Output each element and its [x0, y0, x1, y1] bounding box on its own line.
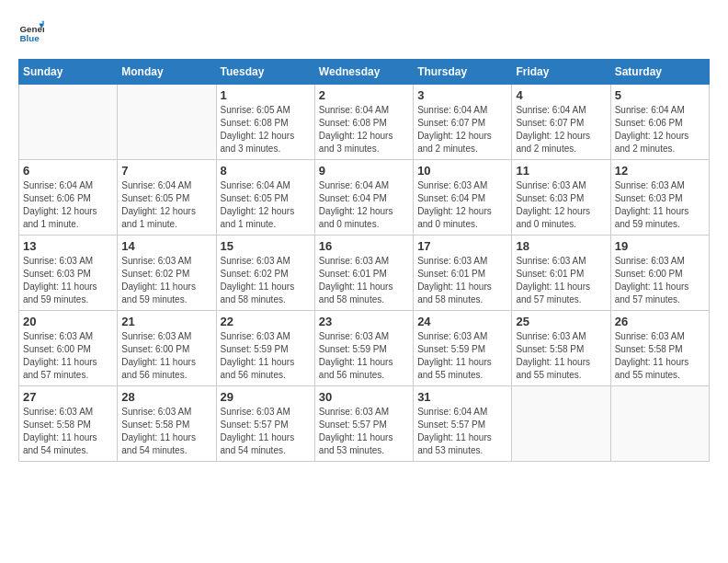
day-info: Sunrise: 6:03 AM Sunset: 5:58 PM Dayligh…	[615, 330, 705, 382]
day-info: Sunrise: 6:04 AM Sunset: 6:05 PM Dayligh…	[121, 179, 211, 231]
day-number: 5	[615, 88, 705, 102]
day-number: 13	[23, 239, 113, 253]
calendar-cell: 26Sunrise: 6:03 AM Sunset: 5:58 PM Dayli…	[610, 311, 709, 386]
day-number: 19	[615, 239, 705, 253]
day-number: 28	[121, 390, 211, 404]
calendar-cell: 23Sunrise: 6:03 AM Sunset: 5:59 PM Dayli…	[314, 311, 413, 386]
weekday-friday: Friday	[512, 60, 610, 85]
calendar-cell: 3Sunrise: 6:04 AM Sunset: 6:07 PM Daylig…	[414, 85, 512, 160]
calendar-cell: 9Sunrise: 6:04 AM Sunset: 6:04 PM Daylig…	[314, 160, 413, 236]
calendar-cell: 22Sunrise: 6:03 AM Sunset: 5:59 PM Dayli…	[216, 311, 314, 386]
day-number: 24	[417, 315, 507, 328]
day-info: Sunrise: 6:03 AM Sunset: 5:58 PM Dayligh…	[516, 330, 606, 382]
weekday-wednesday: Wednesday	[314, 60, 413, 85]
calendar-cell: 2Sunrise: 6:04 AM Sunset: 6:08 PM Daylig…	[314, 85, 413, 160]
day-number: 17	[417, 239, 507, 253]
day-number: 27	[23, 390, 113, 404]
day-number: 26	[615, 315, 705, 328]
day-info: Sunrise: 6:03 AM Sunset: 6:03 PM Dayligh…	[615, 179, 705, 231]
week-row-5: 27Sunrise: 6:03 AM Sunset: 5:58 PM Dayli…	[19, 386, 710, 462]
calendar-cell: 15Sunrise: 6:03 AM Sunset: 6:02 PM Dayli…	[216, 236, 314, 311]
calendar-cell: 28Sunrise: 6:03 AM Sunset: 5:58 PM Dayli…	[118, 386, 216, 462]
day-number: 6	[23, 164, 113, 178]
day-info: Sunrise: 6:03 AM Sunset: 5:57 PM Dayligh…	[221, 406, 311, 457]
calendar-cell: 17Sunrise: 6:03 AM Sunset: 6:01 PM Dayli…	[414, 236, 512, 311]
day-info: Sunrise: 6:03 AM Sunset: 6:02 PM Dayligh…	[121, 255, 211, 306]
calendar-cell: 30Sunrise: 6:03 AM Sunset: 5:57 PM Dayli…	[314, 386, 413, 462]
day-number: 8	[221, 164, 311, 178]
day-number: 1	[221, 88, 311, 102]
calendar-cell: 31Sunrise: 6:04 AM Sunset: 5:57 PM Dayli…	[414, 386, 512, 462]
day-info: Sunrise: 6:04 AM Sunset: 5:57 PM Dayligh…	[417, 406, 507, 457]
day-number: 11	[516, 164, 606, 178]
day-info: Sunrise: 6:04 AM Sunset: 6:06 PM Dayligh…	[23, 179, 113, 231]
day-info: Sunrise: 6:03 AM Sunset: 5:58 PM Dayligh…	[121, 406, 211, 457]
calendar-cell: 7Sunrise: 6:04 AM Sunset: 6:05 PM Daylig…	[118, 160, 216, 236]
day-info: Sunrise: 6:03 AM Sunset: 6:01 PM Dayligh…	[417, 255, 507, 306]
day-number: 22	[221, 315, 311, 328]
day-info: Sunrise: 6:03 AM Sunset: 6:00 PM Dayligh…	[615, 255, 705, 306]
day-number: 7	[121, 164, 211, 178]
page-header: General Blue	[18, 18, 710, 44]
calendar-cell	[610, 386, 709, 462]
calendar-table: SundayMondayTuesdayWednesdayThursdayFrid…	[18, 59, 710, 462]
day-number: 14	[121, 239, 211, 253]
day-info: Sunrise: 6:03 AM Sunset: 5:59 PM Dayligh…	[221, 330, 311, 382]
calendar-cell: 5Sunrise: 6:04 AM Sunset: 6:06 PM Daylig…	[610, 85, 709, 160]
day-info: Sunrise: 6:03 AM Sunset: 5:59 PM Dayligh…	[417, 330, 507, 382]
calendar-cell: 14Sunrise: 6:03 AM Sunset: 6:02 PM Dayli…	[118, 236, 216, 311]
calendar-cell: 16Sunrise: 6:03 AM Sunset: 6:01 PM Dayli…	[314, 236, 413, 311]
day-number: 25	[516, 315, 606, 328]
calendar-cell: 27Sunrise: 6:03 AM Sunset: 5:58 PM Dayli…	[19, 386, 118, 462]
day-info: Sunrise: 6:04 AM Sunset: 6:08 PM Dayligh…	[319, 104, 409, 155]
day-info: Sunrise: 6:03 AM Sunset: 6:03 PM Dayligh…	[23, 255, 113, 306]
day-info: Sunrise: 6:03 AM Sunset: 6:03 PM Dayligh…	[516, 179, 606, 231]
day-info: Sunrise: 6:03 AM Sunset: 6:00 PM Dayligh…	[23, 330, 113, 382]
calendar-cell: 12Sunrise: 6:03 AM Sunset: 6:03 PM Dayli…	[610, 160, 709, 236]
logo-icon: General Blue	[18, 18, 44, 44]
calendar-cell: 25Sunrise: 6:03 AM Sunset: 5:58 PM Dayli…	[512, 311, 610, 386]
calendar-cell	[19, 85, 118, 160]
day-number: 12	[615, 164, 705, 178]
calendar-cell: 13Sunrise: 6:03 AM Sunset: 6:03 PM Dayli…	[19, 236, 118, 311]
weekday-header-row: SundayMondayTuesdayWednesdayThursdayFrid…	[19, 60, 710, 85]
calendar-cell: 1Sunrise: 6:05 AM Sunset: 6:08 PM Daylig…	[216, 85, 314, 160]
day-info: Sunrise: 6:03 AM Sunset: 5:58 PM Dayligh…	[23, 406, 113, 457]
svg-text:Blue: Blue	[19, 33, 40, 43]
day-info: Sunrise: 6:03 AM Sunset: 5:59 PM Dayligh…	[319, 330, 409, 382]
weekday-sunday: Sunday	[19, 60, 118, 85]
day-info: Sunrise: 6:05 AM Sunset: 6:08 PM Dayligh…	[221, 104, 311, 155]
calendar-cell: 11Sunrise: 6:03 AM Sunset: 6:03 PM Dayli…	[512, 160, 610, 236]
day-info: Sunrise: 6:03 AM Sunset: 6:02 PM Dayligh…	[221, 255, 311, 306]
calendar-cell: 8Sunrise: 6:04 AM Sunset: 6:05 PM Daylig…	[216, 160, 314, 236]
day-number: 4	[516, 88, 606, 102]
day-info: Sunrise: 6:03 AM Sunset: 6:00 PM Dayligh…	[121, 330, 211, 382]
day-info: Sunrise: 6:03 AM Sunset: 6:04 PM Dayligh…	[417, 179, 507, 231]
weekday-monday: Monday	[118, 60, 216, 85]
calendar-cell	[118, 85, 216, 160]
logo: General Blue	[18, 18, 48, 44]
week-row-3: 13Sunrise: 6:03 AM Sunset: 6:03 PM Dayli…	[19, 236, 710, 311]
calendar-cell: 19Sunrise: 6:03 AM Sunset: 6:00 PM Dayli…	[610, 236, 709, 311]
day-number: 10	[417, 164, 507, 178]
calendar-cell	[512, 386, 610, 462]
calendar-cell: 10Sunrise: 6:03 AM Sunset: 6:04 PM Dayli…	[414, 160, 512, 236]
day-number: 20	[23, 315, 113, 328]
day-number: 3	[417, 88, 507, 102]
day-info: Sunrise: 6:03 AM Sunset: 6:01 PM Dayligh…	[319, 255, 409, 306]
day-info: Sunrise: 6:04 AM Sunset: 6:07 PM Dayligh…	[516, 104, 606, 155]
calendar-cell: 18Sunrise: 6:03 AM Sunset: 6:01 PM Dayli…	[512, 236, 610, 311]
calendar-cell: 24Sunrise: 6:03 AM Sunset: 5:59 PM Dayli…	[414, 311, 512, 386]
calendar-body: 1Sunrise: 6:05 AM Sunset: 6:08 PM Daylig…	[19, 85, 710, 462]
day-number: 2	[319, 88, 409, 102]
day-info: Sunrise: 6:04 AM Sunset: 6:05 PM Dayligh…	[221, 179, 311, 231]
day-info: Sunrise: 6:04 AM Sunset: 6:07 PM Dayligh…	[417, 104, 507, 155]
calendar-cell: 4Sunrise: 6:04 AM Sunset: 6:07 PM Daylig…	[512, 85, 610, 160]
calendar-cell: 20Sunrise: 6:03 AM Sunset: 6:00 PM Dayli…	[19, 311, 118, 386]
day-number: 30	[319, 390, 409, 404]
day-number: 16	[319, 239, 409, 253]
day-number: 15	[221, 239, 311, 253]
weekday-saturday: Saturday	[610, 60, 709, 85]
week-row-2: 6Sunrise: 6:04 AM Sunset: 6:06 PM Daylig…	[19, 160, 710, 236]
day-number: 21	[121, 315, 211, 328]
